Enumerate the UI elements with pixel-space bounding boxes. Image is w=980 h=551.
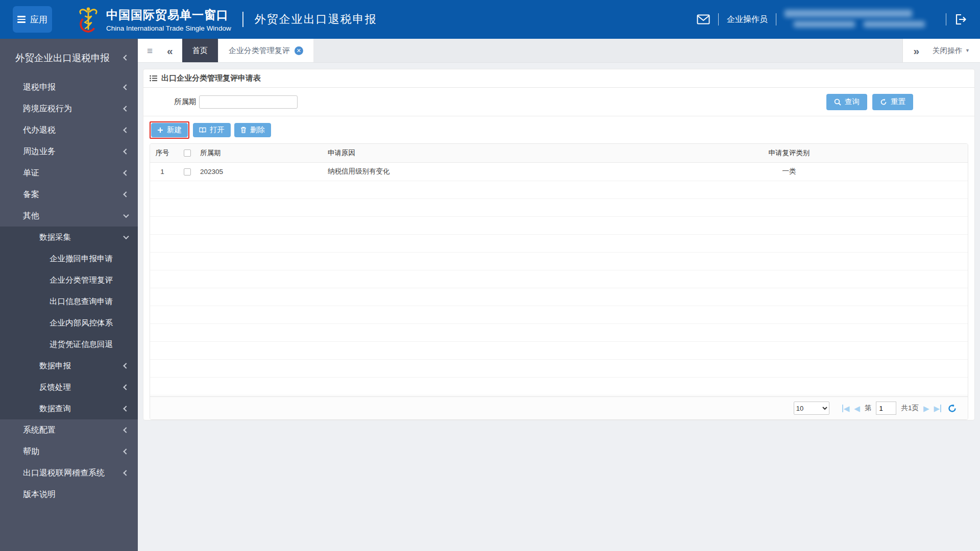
sidebar-item[interactable]: 数据查询 [0, 398, 138, 419]
chevron-left-icon [123, 148, 129, 154]
review-application-panel: 出口企业分类管理复评申请表 所属期 查询 重置 [143, 69, 975, 420]
sidebar-item[interactable]: 代办退税 [0, 119, 138, 141]
search-button[interactable]: 查询 [826, 94, 867, 110]
tab-home[interactable]: 首页 [182, 39, 218, 62]
chevron-down-icon [123, 212, 129, 218]
list-icon [150, 75, 157, 82]
sidebar-item-label: 跨境应税行为 [23, 104, 72, 114]
sidebar-item-label: 数据申报 [39, 361, 71, 371]
next-page-icon[interactable]: ▶ [923, 405, 929, 412]
tab-label: 企业分类管理复评 [229, 46, 290, 56]
open-book-icon [199, 127, 206, 133]
chevron-left-icon [123, 470, 129, 475]
sidebar-item[interactable]: 数据采集 [0, 227, 138, 248]
sidebar-item-label: 备案 [23, 189, 39, 200]
sidebar-item[interactable]: 进货凭证信息回退 [0, 334, 138, 355]
sidebar-item[interactable]: 单证 [0, 162, 138, 184]
sidebar-item-label: 帮助 [23, 446, 39, 457]
page-prefix-label: 第 [865, 404, 872, 413]
chevron-down-icon [123, 234, 129, 239]
first-page-icon[interactable]: ◀ [842, 405, 850, 412]
brand: 中国国际贸易单一窗口 China International Trade Sin… [77, 6, 231, 33]
sidebar-item[interactable]: 版本说明 [0, 484, 138, 505]
sidebar-item[interactable]: 帮助 [0, 441, 138, 462]
new-button[interactable]: 新建 [151, 123, 188, 137]
sidebar-item-label: 数据采集 [39, 232, 71, 243]
page-number-input[interactable] [876, 402, 896, 415]
new-button-label: 新建 [167, 125, 182, 135]
delete-button-label: 删除 [250, 125, 265, 135]
chevron-left-icon [123, 191, 129, 197]
close-tab-icon[interactable]: ✕ [295, 46, 303, 55]
sidebar-item[interactable]: 跨境应税行为 [0, 98, 138, 119]
last-page-icon[interactable]: ▶ [934, 405, 941, 412]
prev-page-icon[interactable]: ◀ [854, 405, 860, 412]
select-all-checkbox[interactable] [184, 149, 191, 157]
sidebar-nav: 外贸企业出口退税申报 退税申报跨境应税行为代办退税周边业务单证备案其他数据采集企… [0, 39, 138, 551]
tab-enterprise-category-review[interactable]: 企业分类管理复评 ✕ [218, 39, 314, 62]
close-operations-dropdown[interactable]: 关闭操作 ▼ [933, 46, 970, 56]
page-size-select[interactable]: 10 [794, 402, 829, 415]
panel-header: 出口企业分类管理复评申请表 [143, 69, 974, 88]
chevron-left-icon [123, 84, 129, 90]
sidebar-item-label: 系统配置 [23, 425, 56, 436]
chevron-left-icon [123, 406, 129, 411]
chevron-left-icon [123, 106, 129, 111]
period-input[interactable] [199, 95, 298, 109]
chevron-left-icon [123, 170, 129, 176]
reset-icon [880, 98, 887, 106]
top-header-bar: 应用 中国国际贸易单一窗口 China International Trade … [0, 0, 980, 39]
tab-bar-empty-area [314, 39, 903, 62]
tab-tools: ≡ « [138, 39, 182, 62]
sidebar-item[interactable]: 企业分类管理复评 [0, 269, 138, 291]
row-checkbox[interactable] [184, 168, 191, 176]
chevron-left-icon [123, 127, 129, 133]
brand-title: 中国国际贸易单一窗口 [106, 7, 231, 23]
table-row[interactable]: 1202305纳税信用级别有变化一类 [150, 162, 968, 181]
table-cell: 1 [150, 162, 175, 181]
sidebar-item-label: 退税申报 [23, 82, 56, 93]
sidebar-item[interactable]: 退税申报 [0, 77, 138, 98]
chevron-left-icon [123, 55, 129, 60]
plus-icon [157, 127, 163, 133]
search-button-label: 查询 [845, 97, 860, 107]
delete-button[interactable]: 删除 [234, 123, 271, 137]
sidebar-title[interactable]: 外贸企业出口退税申报 [0, 39, 138, 77]
trash-icon [240, 127, 247, 133]
sidebar-item[interactable]: 企业撤回申报申请 [0, 248, 138, 269]
sidebar-item[interactable]: 反馈处理 [0, 377, 138, 398]
mail-icon[interactable] [697, 14, 710, 24]
search-icon [834, 98, 841, 106]
open-button-label: 打开 [210, 125, 225, 135]
caret-down-icon: ▼ [965, 48, 970, 53]
sidebar-item-label: 进货凭证信息回退 [50, 339, 113, 350]
table-cell: 纳税信用级别有变化 [328, 162, 610, 181]
chevron-left-icon [123, 384, 129, 390]
sidebar-item[interactable]: 出口信息查询申请 [0, 291, 138, 312]
logout-icon[interactable] [954, 13, 967, 26]
sidebar-item-label: 版本说明 [23, 489, 56, 500]
sidebar-item[interactable]: 其他 [0, 205, 138, 227]
scroll-tabs-right-icon[interactable]: » [913, 45, 919, 56]
chevron-left-icon [123, 427, 129, 433]
sidebar-item-label: 出口信息查询申请 [50, 296, 113, 307]
sidebar-item[interactable]: 企业内部风控体系 [0, 312, 138, 334]
sidebar-item[interactable]: 备案 [0, 184, 138, 205]
apps-menu-button[interactable]: 应用 [13, 6, 52, 33]
sidebar-title-label: 外贸企业出口退税申报 [15, 52, 110, 64]
sidebar-item[interactable]: 出口退税联网稽查系统 [0, 462, 138, 484]
tab-bar: ≡ « 首页 企业分类管理复评 ✕ » 关闭操作 ▼ [138, 39, 980, 63]
sidebar-item-label: 代办退税 [23, 125, 56, 136]
grid-toolbar: 新建 打开 删除 [143, 116, 974, 143]
table-cell: 一类 [610, 162, 968, 181]
sidebar-item[interactable]: 周边业务 [0, 141, 138, 162]
scroll-tabs-left-icon[interactable]: « [167, 45, 173, 56]
reset-button[interactable]: 重置 [872, 94, 913, 110]
sidebar-item[interactable]: 系统配置 [0, 419, 138, 441]
open-button[interactable]: 打开 [193, 123, 231, 137]
chevron-left-icon [123, 448, 129, 454]
refresh-icon[interactable] [948, 404, 957, 413]
sidebar-item[interactable]: 数据申报 [0, 355, 138, 377]
tab-list-menu-icon[interactable]: ≡ [147, 46, 153, 56]
table-body: 1202305纳税信用级别有变化一类 [150, 162, 968, 181]
